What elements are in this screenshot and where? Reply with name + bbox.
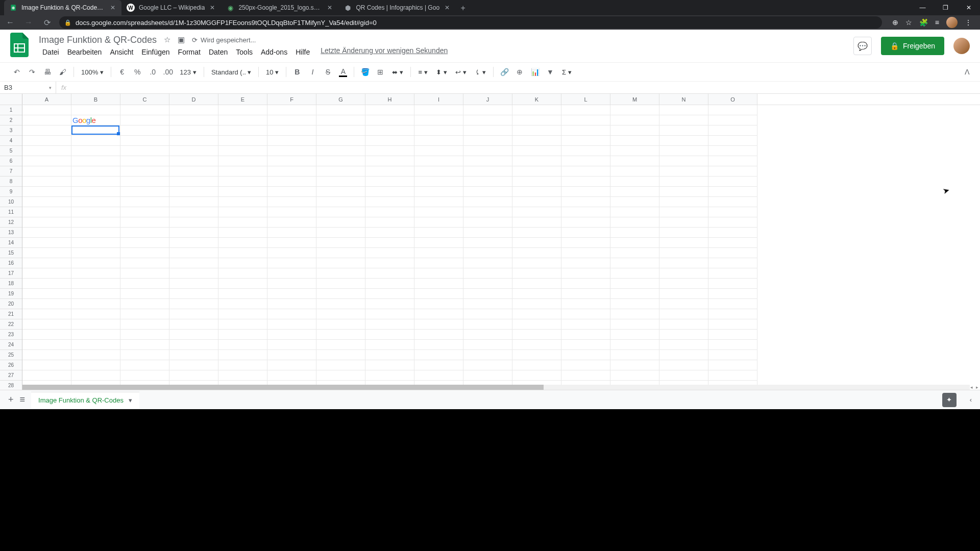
- cell-B24[interactable]: [71, 340, 120, 350]
- cell-J22[interactable]: [463, 319, 512, 330]
- cell-O24[interactable]: [708, 340, 757, 350]
- cell-K26[interactable]: [512, 360, 561, 370]
- explore-button[interactable]: ✦: [942, 393, 957, 407]
- cell-E10[interactable]: [218, 197, 267, 207]
- last-change-link[interactable]: Letzte Änderung vor wenigen Sekunden: [314, 46, 448, 58]
- cell-K18[interactable]: [512, 279, 561, 289]
- cell-B23[interactable]: [71, 330, 120, 340]
- row-header-12[interactable]: 12: [0, 217, 22, 228]
- cell-M15[interactable]: [610, 248, 659, 258]
- cell-F27[interactable]: [267, 370, 316, 381]
- cell-B22[interactable]: [71, 319, 120, 330]
- side-panel-toggle[interactable]: ‹: [963, 396, 972, 404]
- cell-O8[interactable]: [708, 177, 757, 187]
- row-header-26[interactable]: 26: [0, 360, 22, 370]
- row-header-28[interactable]: 28: [0, 381, 22, 390]
- cell-K21[interactable]: [512, 309, 561, 319]
- row-header-8[interactable]: 8: [0, 177, 22, 187]
- close-icon[interactable]: ✕: [109, 4, 116, 11]
- menu-daten[interactable]: Daten: [205, 46, 231, 58]
- cell-B19[interactable]: [71, 289, 120, 299]
- cell-G2[interactable]: [316, 115, 365, 126]
- cell-M26[interactable]: [610, 360, 659, 370]
- cell-B13[interactable]: [71, 228, 120, 238]
- reading-list-icon[interactable]: ≡: [935, 18, 939, 27]
- cell-I26[interactable]: [414, 360, 463, 370]
- cell-C13[interactable]: [120, 228, 169, 238]
- cell-M12[interactable]: [610, 217, 659, 228]
- cell-E6[interactable]: [218, 156, 267, 166]
- cell-N19[interactable]: [659, 289, 708, 299]
- cell-J24[interactable]: [463, 340, 512, 350]
- cell-M2[interactable]: [610, 115, 659, 126]
- cell-G11[interactable]: [316, 207, 365, 217]
- cell-L4[interactable]: [561, 136, 610, 146]
- cell-L18[interactable]: [561, 279, 610, 289]
- cell-G15[interactable]: [316, 248, 365, 258]
- cell-L23[interactable]: [561, 330, 610, 340]
- cell-O10[interactable]: [708, 197, 757, 207]
- cell-J16[interactable]: [463, 258, 512, 268]
- cell-M24[interactable]: [610, 340, 659, 350]
- cell-G6[interactable]: [316, 156, 365, 166]
- cell-I12[interactable]: [414, 217, 463, 228]
- italic-button[interactable]: I: [306, 65, 319, 79]
- zoom-icon[interactable]: ⊕: [892, 18, 898, 27]
- cell-G19[interactable]: [316, 289, 365, 299]
- cell-G10[interactable]: [316, 197, 365, 207]
- cell-G4[interactable]: [316, 136, 365, 146]
- cell-F4[interactable]: [267, 136, 316, 146]
- cell-N11[interactable]: [659, 207, 708, 217]
- cell-N21[interactable]: [659, 309, 708, 319]
- cell-J13[interactable]: [463, 228, 512, 238]
- cell-M7[interactable]: [610, 166, 659, 177]
- share-button[interactable]: 🔒 Freigeben: [881, 37, 944, 55]
- percent-button[interactable]: %: [131, 65, 144, 79]
- cell-H15[interactable]: [365, 248, 414, 258]
- select-all-corner[interactable]: [0, 94, 22, 105]
- cell-B21[interactable]: [71, 309, 120, 319]
- cell-H22[interactable]: [365, 319, 414, 330]
- cell-I10[interactable]: [414, 197, 463, 207]
- cell-D21[interactable]: [169, 309, 218, 319]
- strikethrough-button[interactable]: S: [321, 65, 334, 79]
- cell-D24[interactable]: [169, 340, 218, 350]
- cell-E26[interactable]: [218, 360, 267, 370]
- cell-M17[interactable]: [610, 268, 659, 279]
- cell-D26[interactable]: [169, 360, 218, 370]
- cell-M27[interactable]: [610, 370, 659, 381]
- cell-B27[interactable]: [71, 370, 120, 381]
- cell-I14[interactable]: [414, 238, 463, 248]
- cell-G17[interactable]: [316, 268, 365, 279]
- cell-O27[interactable]: [708, 370, 757, 381]
- close-icon[interactable]: ✕: [209, 4, 216, 11]
- cell-H13[interactable]: [365, 228, 414, 238]
- cell-D13[interactable]: [169, 228, 218, 238]
- cell-E7[interactable]: [218, 166, 267, 177]
- cell-F10[interactable]: [267, 197, 316, 207]
- cell-L11[interactable]: [561, 207, 610, 217]
- cell-O21[interactable]: [708, 309, 757, 319]
- cell-E18[interactable]: [218, 279, 267, 289]
- cell-M3[interactable]: [610, 126, 659, 136]
- add-sheet-button[interactable]: +: [8, 394, 14, 405]
- cell-N24[interactable]: [659, 340, 708, 350]
- cell-I11[interactable]: [414, 207, 463, 217]
- col-header-G[interactable]: G: [316, 94, 365, 105]
- cell-L19[interactable]: [561, 289, 610, 299]
- cell-M11[interactable]: [610, 207, 659, 217]
- cell-A10[interactable]: [22, 197, 71, 207]
- cell-I19[interactable]: [414, 289, 463, 299]
- cell-A16[interactable]: [22, 258, 71, 268]
- cell-O26[interactable]: [708, 360, 757, 370]
- cell-N17[interactable]: [659, 268, 708, 279]
- cell-K22[interactable]: [512, 319, 561, 330]
- cell-H18[interactable]: [365, 279, 414, 289]
- cell-A25[interactable]: [22, 350, 71, 360]
- cell-J5[interactable]: [463, 146, 512, 156]
- cell-K11[interactable]: [512, 207, 561, 217]
- cell-N16[interactable]: [659, 258, 708, 268]
- link-button[interactable]: 🔗: [498, 65, 511, 79]
- bookmark-icon[interactable]: ☆: [905, 18, 912, 27]
- cell-D9[interactable]: [169, 187, 218, 197]
